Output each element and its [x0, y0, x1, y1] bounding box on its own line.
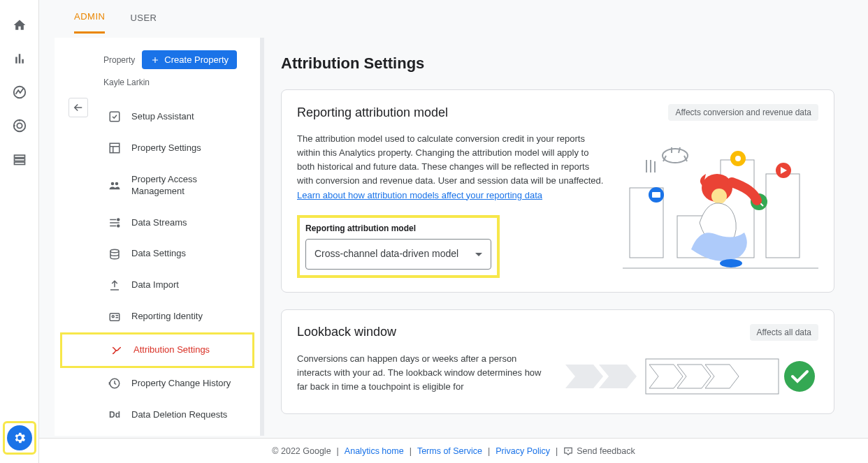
learn-more-link[interactable]: Learn about how attribution models affec… [297, 190, 542, 200]
sidebar-item-label: Reporting Identity [131, 311, 203, 323]
svg-point-22 [735, 156, 741, 161]
svg-point-9 [115, 182, 119, 185]
svg-point-38 [784, 361, 815, 392]
upload-icon [108, 279, 122, 293]
checkbox-icon [108, 110, 122, 124]
svg-rect-20 [652, 192, 660, 198]
card-title: Reporting attribution model [297, 105, 448, 120]
sidebar-item-attribution-settings[interactable]: Attribution Settings [60, 332, 254, 368]
sidebar-item-label: Setup Assistant [131, 111, 194, 123]
dd-icon: Dd [108, 408, 122, 422]
attribution-model-select[interactable]: Cross-channel data-driven model [305, 239, 491, 270]
sidebar-item-label: Property Change History [131, 378, 231, 390]
sidebar-item-reporting-identity[interactable]: Reporting Identity [55, 301, 260, 332]
sidebar-item-label: Property Access Management [131, 174, 249, 198]
svg-point-1 [13, 120, 25, 132]
card-lookback-window: Lookback window Affects all data Convers… [281, 309, 834, 414]
lookback-illustration [565, 352, 817, 401]
tab-admin[interactable]: ADMIN [74, 0, 105, 34]
back-button[interactable] [68, 98, 88, 117]
feedback-label: Send feedback [577, 446, 635, 456]
sidebar-item-label: Data Import [131, 279, 179, 291]
sidebar-item-label: Attribution Settings [133, 344, 210, 356]
property-menu: Setup Assistant Property Settings Proper… [55, 94, 260, 431]
sidebar-item-label: Property Settings [131, 142, 201, 154]
page-title: Attribution Settings [281, 54, 834, 73]
tab-user[interactable]: USER [130, 1, 157, 33]
database-icon [108, 247, 122, 261]
footer-copyright: © 2022 Google [272, 446, 331, 456]
select-label: Reporting attribution model [305, 222, 491, 235]
svg-point-14 [112, 315, 114, 317]
left-nav-rail [0, 0, 39, 463]
svg-point-10 [117, 219, 120, 221]
property-name[interactable]: Kayle Larkin [55, 72, 260, 94]
svg-point-11 [117, 225, 120, 227]
identity-icon [108, 310, 122, 324]
admin-gear-button[interactable] [7, 425, 32, 450]
admin-tabs: ADMIN USER [55, 0, 157, 34]
svg-point-27 [663, 149, 688, 163]
reports-icon[interactable] [11, 50, 28, 67]
feedback-icon [563, 446, 573, 456]
attribution-illustration [623, 132, 818, 272]
card-title: Lookback window [297, 325, 396, 339]
svg-point-8 [111, 182, 115, 185]
svg-point-12 [110, 249, 119, 253]
svg-point-29 [711, 189, 727, 204]
sidebar-item-label: Data Deletion Requests [131, 409, 227, 421]
sidebar-item-data-import[interactable]: Data Import [55, 270, 260, 301]
affects-badge: Affects all data [750, 324, 819, 341]
svg-rect-6 [110, 112, 120, 122]
affects-badge: Affects conversion and revenue data [668, 104, 818, 121]
footer-tos-link[interactable]: Terms of Service [417, 446, 482, 456]
svg-rect-17 [766, 174, 800, 258]
card-description: Conversions can happen days or weeks aft… [297, 352, 549, 401]
svg-rect-3 [14, 155, 24, 157]
admin-gear-highlight [3, 421, 36, 455]
sidebar-item-label: Data Streams [131, 217, 187, 229]
attribution-model-highlight: Reporting attribution model Cross-channe… [297, 215, 500, 278]
chevron-down-icon [475, 253, 482, 256]
sidebar-item-data-streams[interactable]: Data Streams [55, 207, 260, 239]
people-icon [108, 179, 122, 193]
sidebar-item-property-settings[interactable]: Property Settings [55, 133, 260, 164]
sidebar-item-data-settings[interactable]: Data Settings [55, 238, 260, 270]
layout-icon [108, 141, 122, 155]
configure-icon[interactable] [11, 151, 28, 168]
card-reporting-attribution: Reporting attribution model Affects conv… [281, 89, 834, 293]
page-footer: © 2022 Google | Analytics home | Terms o… [39, 438, 868, 463]
property-column-label: Property [103, 55, 135, 65]
svg-rect-7 [110, 144, 120, 154]
sidebar-item-data-deletion[interactable]: Dd Data Deletion Requests [55, 399, 260, 431]
main-content: Attribution Settings Reporting attributi… [278, 38, 851, 436]
footer-privacy-link[interactable]: Privacy Policy [496, 446, 550, 456]
advertising-icon[interactable] [11, 117, 28, 134]
svg-rect-5 [14, 162, 24, 164]
send-feedback-button[interactable]: Send feedback [563, 446, 635, 456]
svg-point-2 [17, 123, 22, 128]
card-description: The attribution model used to calculate … [297, 132, 606, 278]
sidebar-item-change-history[interactable]: Property Change History [55, 368, 260, 399]
svg-marker-32 [565, 365, 603, 388]
create-property-button[interactable]: Create Property [142, 50, 237, 69]
plus-icon [150, 55, 160, 65]
sidebar-item-access-management[interactable]: Property Access Management [55, 164, 260, 207]
svg-point-30 [720, 259, 742, 267]
home-icon[interactable] [11, 17, 28, 34]
create-property-label: Create Property [164, 54, 229, 65]
history-icon [108, 376, 122, 390]
select-value: Cross-channel data-driven model [314, 247, 458, 262]
footer-analytics-home-link[interactable]: Analytics home [345, 446, 404, 456]
explore-icon[interactable] [11, 84, 28, 101]
card-text-span: The attribution model used to calculate … [297, 133, 603, 186]
sidebar-item-label: Data Settings [131, 248, 186, 260]
streams-icon [108, 216, 122, 230]
svg-rect-4 [14, 159, 24, 161]
attribution-icon [110, 344, 124, 358]
svg-marker-33 [599, 365, 637, 388]
